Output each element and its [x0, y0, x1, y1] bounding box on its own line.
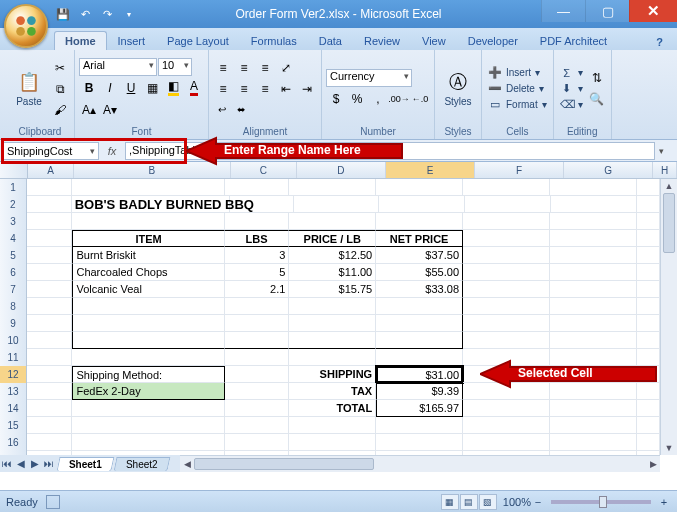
macro-record-icon[interactable] — [46, 495, 60, 509]
tab-page-layout[interactable]: Page Layout — [156, 31, 240, 50]
cell-C15[interactable] — [225, 417, 290, 434]
autosum-button[interactable]: Σ▾ — [558, 66, 585, 80]
cell-B1[interactable] — [72, 179, 224, 196]
italic-button[interactable]: I — [100, 78, 120, 98]
rowhdr-10[interactable]: 10 — [0, 332, 27, 349]
view-layout-button[interactable]: ▤ — [460, 494, 478, 510]
cell-A9[interactable] — [27, 315, 72, 332]
cell-B6[interactable]: Charcoaled Chops — [72, 264, 224, 281]
tab-review[interactable]: Review — [353, 31, 411, 50]
cell-A1[interactable] — [27, 179, 72, 196]
cell-D4[interactable]: PRICE / LB — [289, 230, 376, 247]
cell-D8[interactable] — [289, 298, 376, 315]
name-box[interactable]: ShippingCost — [3, 142, 99, 160]
cell-G1[interactable] — [550, 179, 637, 196]
cell-E9[interactable] — [376, 315, 463, 332]
cell-A11[interactable] — [27, 349, 72, 366]
grow-font-button[interactable]: A▴ — [79, 100, 99, 120]
tab-developer[interactable]: Developer — [457, 31, 529, 50]
align-middle-button[interactable]: ≡ — [234, 58, 254, 78]
qat-redo-icon[interactable]: ↷ — [98, 5, 116, 23]
cut-button[interactable]: ✂ — [50, 58, 70, 78]
office-button[interactable] — [4, 4, 48, 48]
cell-F6[interactable] — [463, 264, 550, 281]
view-pagebreak-button[interactable]: ▧ — [479, 494, 497, 510]
cell-A14[interactable] — [27, 400, 72, 417]
align-center-button[interactable]: ≡ — [234, 79, 254, 99]
cell-H3[interactable] — [637, 213, 660, 230]
cell-E13[interactable]: $9.39 — [376, 383, 463, 400]
cell-A8[interactable] — [27, 298, 72, 315]
zoom-level[interactable]: 100% — [503, 496, 531, 508]
cell-F5[interactable] — [463, 247, 550, 264]
cell-G4[interactable] — [550, 230, 637, 247]
insert-cells-button[interactable]: ➕Insert ▾ — [486, 65, 549, 80]
align-bottom-button[interactable]: ≡ — [255, 58, 275, 78]
cell-D12[interactable]: SHIPPING — [289, 366, 376, 383]
cell-A4[interactable] — [27, 230, 72, 247]
cell-F9[interactable] — [463, 315, 550, 332]
scroll-up-icon[interactable]: ▲ — [661, 179, 677, 193]
percent-button[interactable]: % — [347, 89, 367, 109]
sort-filter-button[interactable]: ⇅ — [587, 68, 607, 88]
cell-D16[interactable] — [289, 434, 376, 451]
cell-B14[interactable] — [72, 400, 224, 417]
cell-F10[interactable] — [463, 332, 550, 349]
tab-view[interactable]: View — [411, 31, 457, 50]
qat-undo-icon[interactable]: ↶ — [76, 5, 94, 23]
align-left-button[interactable]: ≡ — [213, 79, 233, 99]
scroll-right-icon[interactable]: ▶ — [646, 456, 660, 472]
scroll-down-icon[interactable]: ▼ — [661, 441, 677, 455]
cell-C5[interactable]: 3 — [225, 247, 290, 264]
rowhdr-16[interactable]: 16 — [0, 434, 27, 451]
qat-save-icon[interactable]: 💾 — [54, 5, 72, 23]
rowhdr-2[interactable]: 2 — [0, 196, 27, 213]
cell-H15[interactable] — [637, 417, 660, 434]
cell-A3[interactable] — [27, 213, 72, 230]
bold-button[interactable]: B — [79, 78, 99, 98]
cell-D14[interactable]: TOTAL — [289, 400, 376, 417]
col-A[interactable]: A — [28, 162, 75, 178]
cell-E12[interactable]: $31.00 — [376, 366, 463, 383]
zoom-in-button[interactable]: + — [657, 496, 671, 508]
cell-B4[interactable]: ITEM — [72, 230, 224, 247]
cell-G5[interactable] — [550, 247, 637, 264]
underline-button[interactable]: U — [121, 78, 141, 98]
zoom-thumb[interactable] — [599, 496, 607, 508]
cell-F16[interactable] — [463, 434, 550, 451]
cell-C14[interactable] — [225, 400, 290, 417]
styles-button[interactable]: Ⓐ Styles — [439, 52, 477, 125]
scroll-left-icon[interactable]: ◀ — [180, 456, 194, 472]
cell-G2[interactable] — [551, 196, 637, 213]
cell-B9[interactable] — [72, 315, 224, 332]
cell-C8[interactable] — [225, 298, 290, 315]
zoom-slider[interactable] — [551, 500, 651, 504]
font-color-button[interactable]: A — [184, 78, 204, 98]
zoom-out-button[interactable]: − — [531, 496, 545, 508]
tab-nav-last[interactable]: ⏭ — [42, 458, 56, 469]
cell-E16[interactable] — [376, 434, 463, 451]
decrease-decimal-button[interactable]: ←.0 — [410, 89, 430, 109]
cell-D1[interactable] — [289, 179, 376, 196]
increase-decimal-button[interactable]: .00→ — [389, 89, 409, 109]
format-painter-button[interactable]: 🖌 — [50, 100, 70, 120]
cell-C12[interactable] — [225, 366, 290, 383]
cell-D13[interactable]: TAX — [289, 383, 376, 400]
cell-A13[interactable] — [27, 383, 72, 400]
tab-pdf-architect[interactable]: PDF Architect — [529, 31, 618, 50]
vscroll-thumb[interactable] — [663, 193, 675, 253]
rowhdr-3[interactable]: 3 — [0, 213, 27, 230]
rowhdr-5[interactable]: 5 — [0, 247, 27, 264]
fx-icon[interactable]: fx — [103, 145, 121, 157]
cell-H5[interactable] — [637, 247, 660, 264]
expand-formula-bar[interactable]: ▾ — [659, 146, 673, 156]
cell-A7[interactable] — [27, 281, 72, 298]
cell-B15[interactable] — [72, 417, 224, 434]
increase-indent-button[interactable]: ⇥ — [297, 79, 317, 99]
cell-F2[interactable] — [465, 196, 551, 213]
cell-G8[interactable] — [550, 298, 637, 315]
cell-E1[interactable] — [376, 179, 463, 196]
cell-B10[interactable] — [72, 332, 224, 349]
rowhdr-1[interactable]: 1 — [0, 179, 27, 196]
cell-C1[interactable] — [225, 179, 290, 196]
